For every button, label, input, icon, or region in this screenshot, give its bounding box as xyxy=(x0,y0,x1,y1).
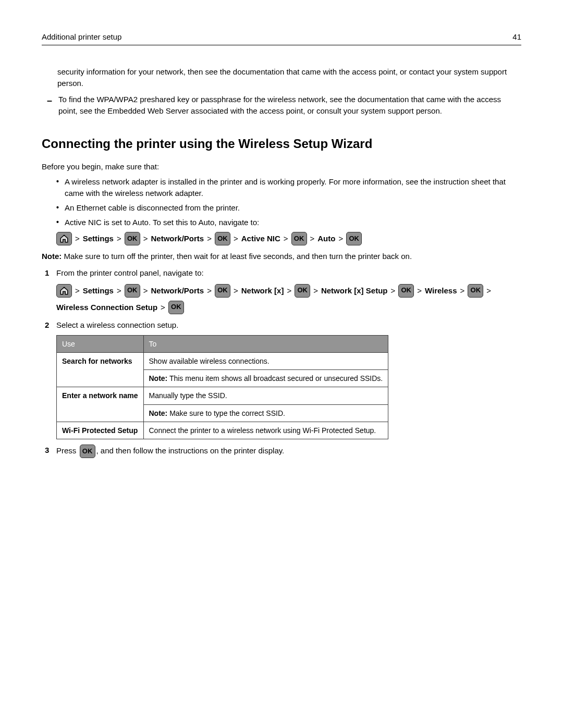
step2-text: Select a wireless connection setup. xyxy=(56,320,178,329)
step3-text-a: Press xyxy=(56,446,79,455)
separator: > xyxy=(143,285,148,297)
ok-button-icon: OK xyxy=(80,445,95,458)
dash-item-text: To find the WPA/WPA2 preshared key or pa… xyxy=(58,94,521,117)
table-header-to: To xyxy=(143,335,388,352)
intro-text: Before you begin, make sure that: xyxy=(42,161,521,172)
separator: > xyxy=(161,302,165,313)
separator: > xyxy=(234,285,238,297)
separator: > xyxy=(287,285,291,297)
ok-button-icon: OK xyxy=(468,284,483,298)
separator: > xyxy=(338,233,343,244)
separator: > xyxy=(460,285,465,297)
page-number: 41 xyxy=(512,31,521,43)
ok-button-icon: OK xyxy=(346,232,362,245)
note-prefix: Note: xyxy=(42,252,62,261)
separator: > xyxy=(75,233,80,244)
separator: > xyxy=(417,285,422,297)
table-header-row: Use To xyxy=(57,335,388,352)
ok-button-icon: OK xyxy=(125,232,140,245)
nav-step: Network [x] xyxy=(241,285,284,297)
ok-button-icon: OK xyxy=(215,284,230,298)
page-header: Additional printer setup 41 xyxy=(42,31,521,45)
table-header-use: Use xyxy=(57,335,144,352)
home-icon xyxy=(56,284,72,298)
table-cell-use: Enter a network name xyxy=(57,387,144,422)
home-icon xyxy=(56,232,72,245)
nav-step: Settings xyxy=(83,233,114,244)
ok-button-icon: OK xyxy=(398,284,414,298)
table-cell-to: Note: This menu item shows all broadcast… xyxy=(143,370,388,387)
nav-step: Settings xyxy=(83,285,114,297)
separator: > xyxy=(313,285,318,297)
separator: > xyxy=(207,285,212,297)
step1-text: From the printer control panel, navigate… xyxy=(56,268,204,277)
ok-button-icon: OK xyxy=(215,232,230,245)
note-text: Make sure to turn off the printer, then … xyxy=(62,252,412,261)
nav-step: Wireless Connection Setup xyxy=(56,302,157,313)
step3-line: Press OK, and then follow the instructio… xyxy=(56,445,521,458)
table-cell-to: Note: Make sure to type the correct SSID… xyxy=(143,404,388,422)
table-cell-to: Connect the printer to a wireless networ… xyxy=(143,422,388,439)
continuation-paragraph: security information for your network, t… xyxy=(57,66,521,89)
bullet-item: Active NIC is set to Auto. To set this t… xyxy=(56,217,521,228)
nav-step: Auto xyxy=(317,233,335,244)
table-cell-to: Manually type the SSID. xyxy=(143,387,388,404)
bullet-item: A wireless network adapter is installed … xyxy=(56,176,521,199)
table-row: Wi‑Fi Protected Setup Connect the printe… xyxy=(57,422,388,439)
nav-step: Network/Ports xyxy=(151,285,204,297)
nav-step: Network/Ports xyxy=(151,233,204,244)
nav-step: Active NIC xyxy=(241,233,280,244)
note-line: Note: Make sure to turn off the printer,… xyxy=(42,251,521,262)
separator: > xyxy=(310,233,315,244)
navigation-path-2: > Settings > OK > Network/Ports > OK > N… xyxy=(56,284,521,314)
separator: > xyxy=(390,285,395,297)
separator: > xyxy=(234,233,238,244)
separator: > xyxy=(117,285,121,297)
header-title: Additional printer setup xyxy=(42,31,121,43)
table-cell-to: Show available wireless connections. xyxy=(143,352,388,369)
step3-text-b: , and then follow the instructions on th… xyxy=(96,446,285,455)
separator: > xyxy=(117,233,121,244)
bullet-item: An Ethernet cable is disconnected from t… xyxy=(56,202,521,214)
setup-table: Use To Search for networks Show availabl… xyxy=(56,335,388,440)
note-body: Make sure to type the correct SSID. xyxy=(167,409,285,417)
dash-list-item: To find the WPA/WPA2 preshared key or pa… xyxy=(47,94,521,117)
separator: > xyxy=(75,285,80,297)
separator: > xyxy=(143,233,148,244)
nav-step: Network [x] Setup xyxy=(321,285,388,297)
step-item: Select a wireless connection setup. Use … xyxy=(42,319,521,440)
prerequisite-list: A wireless network adapter is installed … xyxy=(42,176,521,228)
note-body: This menu item shows all broadcast secur… xyxy=(167,374,383,382)
nav-step: Wireless xyxy=(425,285,457,297)
ok-button-icon: OK xyxy=(291,232,307,245)
navigation-path-1: > Settings > OK > Network/Ports > OK > A… xyxy=(56,232,521,245)
table-row: Enter a network name Manually type the S… xyxy=(57,387,388,404)
separator: > xyxy=(284,233,288,244)
ok-button-icon: OK xyxy=(295,284,310,298)
separator: > xyxy=(486,285,491,297)
table-row: Search for networks Show available wirel… xyxy=(57,352,388,369)
section-heading: Connecting the printer using the Wireles… xyxy=(42,135,521,153)
step-item: From the printer control panel, navigate… xyxy=(42,267,521,314)
table-cell-use: Wi‑Fi Protected Setup xyxy=(57,422,144,439)
ok-button-icon: OK xyxy=(125,284,140,298)
step-item: Press OK, and then follow the instructio… xyxy=(42,445,521,458)
steps-list: From the printer control panel, navigate… xyxy=(42,267,521,458)
note-prefix: Note: xyxy=(149,374,168,382)
ok-button-icon: OK xyxy=(168,301,184,314)
note-prefix: Note: xyxy=(149,409,168,417)
separator: > xyxy=(207,233,212,244)
table-cell-use: Search for networks xyxy=(57,352,144,387)
